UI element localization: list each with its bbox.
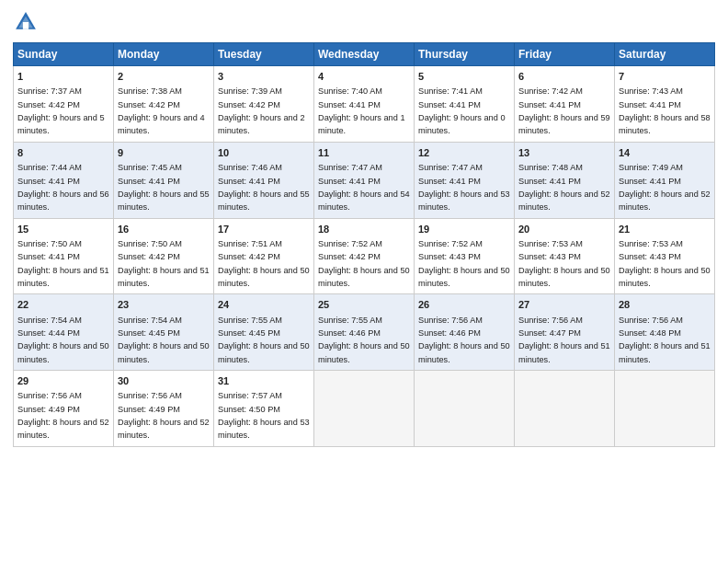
day-number: 25 [318,298,410,312]
calendar-row: 8Sunrise: 7:44 AMSunset: 4:41 PMDaylight… [14,142,715,218]
day-number: 5 [418,70,510,84]
cell-info: Sunrise: 7:52 AMSunset: 4:42 PMDaylight:… [318,239,410,288]
calendar-cell: 19Sunrise: 7:52 AMSunset: 4:43 PMDayligh… [415,218,515,294]
day-number: 19 [418,223,510,236]
calendar-cell: 13Sunrise: 7:48 AMSunset: 4:41 PMDayligh… [515,142,615,218]
calendar-cell [515,371,615,447]
day-number: 31 [218,374,310,388]
day-number: 26 [418,298,510,312]
cell-info: Sunrise: 7:56 AMSunset: 4:49 PMDaylight:… [118,391,210,440]
cell-info: Sunrise: 7:49 AMSunset: 4:41 PMDaylight:… [619,163,711,212]
cell-info: Sunrise: 7:56 AMSunset: 4:46 PMDaylight:… [418,316,510,364]
day-number: 20 [518,223,610,236]
cell-info: Sunrise: 7:54 AMSunset: 4:45 PMDaylight:… [118,316,210,364]
calendar-cell: 27Sunrise: 7:56 AMSunset: 4:47 PMDayligh… [515,294,615,371]
calendar-cell: 9Sunrise: 7:45 AMSunset: 4:41 PMDaylight… [114,142,214,218]
cell-info: Sunrise: 7:51 AMSunset: 4:42 PMDaylight:… [218,239,310,288]
calendar-cell: 20Sunrise: 7:53 AMSunset: 4:43 PMDayligh… [515,218,615,294]
cell-info: Sunrise: 7:43 AMSunset: 4:41 PMDaylight:… [619,86,711,135]
day-number: 22 [17,298,109,312]
calendar-cell: 11Sunrise: 7:47 AMSunset: 4:41 PMDayligh… [314,142,415,218]
svg-rect-2 [23,22,28,29]
day-number: 27 [518,298,610,312]
calendar-cell: 18Sunrise: 7:52 AMSunset: 4:42 PMDayligh… [314,218,415,294]
calendar-cell: 28Sunrise: 7:56 AMSunset: 4:48 PMDayligh… [615,294,715,371]
day-number: 24 [218,298,310,312]
calendar-cell: 10Sunrise: 7:46 AMSunset: 4:41 PMDayligh… [214,142,314,218]
calendar-cell [314,371,415,447]
day-number: 18 [318,223,410,236]
day-number: 30 [118,374,210,388]
calendar-cell: 21Sunrise: 7:53 AMSunset: 4:43 PMDayligh… [615,218,715,294]
calendar-cell: 29Sunrise: 7:56 AMSunset: 4:49 PMDayligh… [14,371,114,447]
logo [13,9,42,35]
cell-info: Sunrise: 7:39 AMSunset: 4:42 PMDaylight:… [218,86,305,135]
col-header-sunday: Sunday [14,43,114,66]
col-header-tuesday: Tuesday [214,43,314,66]
calendar-cell: 8Sunrise: 7:44 AMSunset: 4:41 PMDaylight… [14,142,114,218]
calendar-cell: 25Sunrise: 7:55 AMSunset: 4:46 PMDayligh… [314,294,415,371]
day-number: 21 [619,223,711,236]
calendar-table: SundayMondayTuesdayWednesdayThursdayFrid… [13,42,715,447]
day-number: 28 [619,298,711,312]
cell-info: Sunrise: 7:48 AMSunset: 4:41 PMDaylight:… [518,163,610,212]
calendar-cell: 2Sunrise: 7:38 AMSunset: 4:42 PMDaylight… [114,66,214,143]
cell-info: Sunrise: 7:50 AMSunset: 4:42 PMDaylight:… [118,239,210,288]
day-number: 7 [619,70,711,84]
cell-info: Sunrise: 7:55 AMSunset: 4:45 PMDaylight:… [218,316,310,364]
calendar-cell: 26Sunrise: 7:56 AMSunset: 4:46 PMDayligh… [415,294,515,371]
cell-info: Sunrise: 7:52 AMSunset: 4:43 PMDaylight:… [418,239,510,288]
cell-info: Sunrise: 7:56 AMSunset: 4:47 PMDaylight:… [518,316,610,364]
calendar-cell: 7Sunrise: 7:43 AMSunset: 4:41 PMDaylight… [615,66,715,143]
day-number: 2 [118,70,210,84]
cell-info: Sunrise: 7:57 AMSunset: 4:50 PMDaylight:… [218,391,310,440]
calendar-cell: 15Sunrise: 7:50 AMSunset: 4:41 PMDayligh… [14,218,114,294]
logo-icon [13,9,39,35]
cell-info: Sunrise: 7:46 AMSunset: 4:41 PMDaylight:… [218,163,310,212]
cell-info: Sunrise: 7:56 AMSunset: 4:49 PMDaylight:… [17,391,109,440]
day-number: 9 [118,146,210,160]
calendar-cell: 4Sunrise: 7:40 AMSunset: 4:41 PMDaylight… [314,66,415,143]
day-number: 23 [118,298,210,312]
col-header-wednesday: Wednesday [314,43,415,66]
day-number: 3 [218,70,310,84]
cell-info: Sunrise: 7:38 AMSunset: 4:42 PMDaylight:… [118,86,205,135]
day-number: 1 [17,70,109,84]
day-number: 29 [17,374,109,388]
cell-info: Sunrise: 7:45 AMSunset: 4:41 PMDaylight:… [118,163,210,212]
col-header-friday: Friday [515,43,615,66]
calendar-cell: 17Sunrise: 7:51 AMSunset: 4:42 PMDayligh… [214,218,314,294]
day-number: 15 [17,223,109,236]
cell-info: Sunrise: 7:53 AMSunset: 4:43 PMDaylight:… [518,239,610,288]
cell-info: Sunrise: 7:44 AMSunset: 4:41 PMDaylight:… [17,163,109,212]
col-header-saturday: Saturday [615,43,715,66]
cell-info: Sunrise: 7:47 AMSunset: 4:41 PMDaylight:… [318,163,410,212]
calendar-row: 1Sunrise: 7:37 AMSunset: 4:42 PMDaylight… [14,66,715,143]
day-number: 14 [619,146,711,160]
calendar-row: 15Sunrise: 7:50 AMSunset: 4:41 PMDayligh… [14,218,715,294]
calendar-row: 22Sunrise: 7:54 AMSunset: 4:44 PMDayligh… [14,294,715,371]
calendar-cell: 6Sunrise: 7:42 AMSunset: 4:41 PMDaylight… [515,66,615,143]
cell-info: Sunrise: 7:40 AMSunset: 4:41 PMDaylight:… [318,86,405,135]
col-header-thursday: Thursday [415,43,515,66]
calendar-cell: 23Sunrise: 7:54 AMSunset: 4:45 PMDayligh… [114,294,214,371]
cell-info: Sunrise: 7:54 AMSunset: 4:44 PMDaylight:… [17,316,109,364]
day-number: 12 [418,146,510,160]
page: SundayMondayTuesdayWednesdayThursdayFrid… [0,0,728,563]
calendar-row: 29Sunrise: 7:56 AMSunset: 4:49 PMDayligh… [14,371,715,447]
cell-info: Sunrise: 7:50 AMSunset: 4:41 PMDaylight:… [17,239,109,288]
day-number: 8 [17,146,109,160]
cell-info: Sunrise: 7:41 AMSunset: 4:41 PMDaylight:… [418,86,506,135]
calendar-cell: 16Sunrise: 7:50 AMSunset: 4:42 PMDayligh… [114,218,214,294]
calendar-cell: 14Sunrise: 7:49 AMSunset: 4:41 PMDayligh… [615,142,715,218]
cell-info: Sunrise: 7:53 AMSunset: 4:43 PMDaylight:… [619,239,711,288]
cell-info: Sunrise: 7:55 AMSunset: 4:46 PMDaylight:… [318,316,410,364]
calendar-cell: 5Sunrise: 7:41 AMSunset: 4:41 PMDaylight… [415,66,515,143]
cell-info: Sunrise: 7:37 AMSunset: 4:42 PMDaylight:… [17,86,105,135]
calendar-cell: 24Sunrise: 7:55 AMSunset: 4:45 PMDayligh… [214,294,314,371]
calendar-cell: 31Sunrise: 7:57 AMSunset: 4:50 PMDayligh… [214,371,314,447]
header-row: SundayMondayTuesdayWednesdayThursdayFrid… [14,43,715,66]
calendar-cell: 30Sunrise: 7:56 AMSunset: 4:49 PMDayligh… [114,371,214,447]
calendar-cell [615,371,715,447]
day-number: 13 [518,146,610,160]
